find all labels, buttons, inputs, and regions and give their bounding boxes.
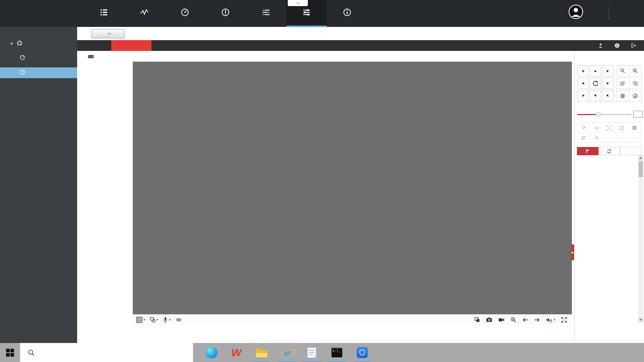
focus-near-button[interactable] <box>616 78 629 89</box>
sidebar: ▼ <box>0 27 77 343</box>
monitor-version-dropdown[interactable] <box>91 29 125 38</box>
zoom-in-button[interactable] <box>629 66 642 76</box>
start-button[interactable] <box>0 343 20 362</box>
scrollbar-thumb[interactable] <box>639 161 643 177</box>
3d-zoom-button[interactable]: 3D <box>590 133 602 143</box>
digital-zoom-button[interactable] <box>511 317 516 323</box>
taskbar-search[interactable] <box>20 343 193 362</box>
taskbar-app-file-explorer[interactable] <box>249 343 274 362</box>
stream-type-button[interactable]: ▾ <box>150 317 159 323</box>
fisheye-button[interactable] <box>175 317 182 323</box>
two-way-audio-button[interactable]: ▾ <box>163 317 171 323</box>
ptz-down-left-button[interactable]: ▲ <box>577 90 588 101</box>
hikvision-user-links <box>598 43 638 48</box>
lens-init-button[interactable] <box>578 133 590 143</box>
iris-open-button[interactable] <box>629 91 642 101</box>
ptz-up-button[interactable]: ▲ <box>590 65 601 76</box>
stream-type-icon <box>150 317 156 323</box>
ptz-up-left-button[interactable]: ▲ <box>577 65 588 76</box>
user-block[interactable] <box>569 5 587 19</box>
tab-blank[interactable] <box>620 147 641 155</box>
tab-patrol[interactable] <box>598 147 620 155</box>
aux-empty <box>628 133 641 143</box>
tab-picture[interactable] <box>192 40 232 51</box>
ptz-down-button[interactable]: ▲ <box>590 90 601 101</box>
ptz-down-right-button[interactable]: ▲ <box>602 90 614 101</box>
nav-item-data[interactable] <box>165 0 205 27</box>
device-tree-root[interactable] <box>77 51 133 61</box>
record-button[interactable] <box>498 318 504 322</box>
nav-item-overview[interactable] <box>84 0 124 27</box>
collapse-chevron-popup[interactable] <box>288 0 308 6</box>
layout-grid-button[interactable]: ▾ <box>136 317 145 323</box>
focus-near-icon <box>620 81 625 86</box>
flag-icon <box>586 149 590 153</box>
tab-playback[interactable] <box>151 40 192 51</box>
help-link[interactable] <box>615 43 622 48</box>
home-icon <box>17 40 23 47</box>
nav-item-logs[interactable] <box>246 0 286 27</box>
stop-all-button[interactable] <box>474 317 480 323</box>
ptz-speed-slider[interactable] <box>577 112 631 117</box>
sidebar-item-ups[interactable] <box>0 53 77 63</box>
sidebar-item-video-monitoring[interactable] <box>0 67 77 78</box>
previous-page-button[interactable] <box>522 318 528 322</box>
tab-preview[interactable] <box>111 40 151 51</box>
iris-open-icon <box>633 93 638 99</box>
notepad-icon <box>307 347 316 358</box>
logout-link[interactable] <box>631 43 638 48</box>
preset-scrollbar[interactable] <box>638 155 643 323</box>
app-header <box>0 0 644 27</box>
next-page-button[interactable] <box>534 318 540 322</box>
lens-init-icon <box>581 135 586 140</box>
minimize-button[interactable] <box>611 0 625 27</box>
settings-icon <box>302 8 311 17</box>
slider-thumb[interactable] <box>596 112 601 117</box>
hikvision-body: ▾ ▾ ▾ <box>77 51 644 343</box>
snapshot-button[interactable] <box>486 317 492 322</box>
zoom-out-button[interactable] <box>616 66 629 76</box>
3d-positioning-icon <box>607 125 612 130</box>
focus-far-button[interactable] <box>629 78 642 89</box>
taskbar-app-edge[interactable] <box>199 343 224 362</box>
video-grid <box>133 62 572 314</box>
taskbar-app-security-center[interactable] <box>349 343 375 362</box>
3d-positioning-button[interactable] <box>603 123 615 133</box>
help-icon <box>343 8 352 17</box>
admin-user[interactable] <box>598 43 605 48</box>
menu-button[interactable] <box>628 123 641 133</box>
info-icon <box>615 43 620 48</box>
taskbar-app-wps[interactable]: W <box>224 343 249 362</box>
light-button[interactable] <box>578 123 590 133</box>
ptz-up-right-button[interactable]: ▲ <box>602 65 614 76</box>
wiper-button[interactable] <box>590 123 602 133</box>
tab-configuration[interactable] <box>232 40 272 51</box>
nav-item-alerts[interactable] <box>205 0 246 27</box>
taskbar-app-notepad[interactable] <box>299 343 324 362</box>
nav-item-help[interactable] <box>327 0 367 27</box>
chevron-down-icon: ▾ <box>157 318 159 321</box>
video-toolbar: ▾ ▾ ▾ <box>133 315 572 325</box>
initialize-lens-button[interactable] <box>615 123 628 133</box>
ptz-right-button[interactable]: ▲ <box>602 78 614 89</box>
scroll-up-button[interactable] <box>638 155 643 161</box>
taskbar: W e C:\_ <box>0 343 644 362</box>
taskbar-app-internet-explorer[interactable]: e <box>274 343 299 362</box>
iris-close-button[interactable] <box>616 91 629 101</box>
search-input[interactable] <box>39 349 170 357</box>
ptz-left-button[interactable]: ▲ <box>577 78 588 89</box>
nav-item-energy[interactable] <box>124 0 165 27</box>
taskbar-app-command-prompt[interactable]: C:\_ <box>324 343 349 362</box>
microphone-icon <box>163 317 168 323</box>
hikvision-tabs <box>111 40 272 51</box>
close-button[interactable] <box>627 0 641 27</box>
ptz-auto-scan-button[interactable] <box>590 78 601 89</box>
sidebar-group-machine-room[interactable]: ▼ <box>0 27 77 47</box>
fullscreen-button[interactable] <box>561 317 567 323</box>
mute-button[interactable]: ▾ <box>546 317 555 323</box>
scroll-down-button[interactable] <box>638 317 643 323</box>
avatar[interactable] <box>569 5 583 19</box>
svg-text:3D: 3D <box>595 137 598 139</box>
tab-presets[interactable] <box>577 147 598 155</box>
menu-icon <box>632 125 637 130</box>
